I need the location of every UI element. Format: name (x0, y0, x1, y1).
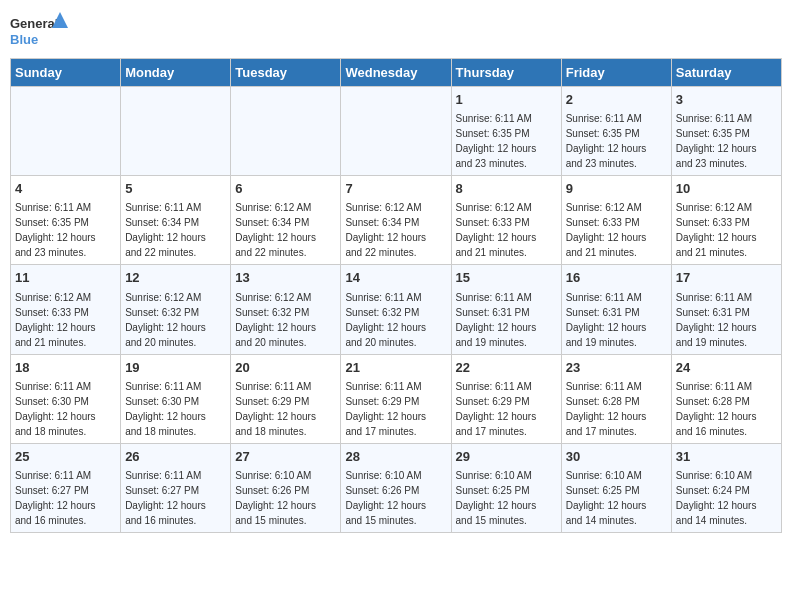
day-info: Sunrise: 6:12 AM Sunset: 6:32 PM Dayligh… (125, 292, 206, 348)
header-cell-wednesday: Wednesday (341, 59, 451, 87)
calendar-cell: 24Sunrise: 6:11 AM Sunset: 6:28 PM Dayli… (671, 354, 781, 443)
day-info: Sunrise: 6:12 AM Sunset: 6:33 PM Dayligh… (566, 202, 647, 258)
calendar-cell: 20Sunrise: 6:11 AM Sunset: 6:29 PM Dayli… (231, 354, 341, 443)
calendar-cell: 5Sunrise: 6:11 AM Sunset: 6:34 PM Daylig… (121, 176, 231, 265)
day-info: Sunrise: 6:12 AM Sunset: 6:33 PM Dayligh… (676, 202, 757, 258)
day-info: Sunrise: 6:11 AM Sunset: 6:30 PM Dayligh… (15, 381, 96, 437)
calendar-week-3: 11Sunrise: 6:12 AM Sunset: 6:33 PM Dayli… (11, 265, 782, 354)
calendar-cell: 21Sunrise: 6:11 AM Sunset: 6:29 PM Dayli… (341, 354, 451, 443)
day-number: 16 (566, 269, 667, 287)
day-number: 1 (456, 91, 557, 109)
day-info: Sunrise: 6:12 AM Sunset: 6:33 PM Dayligh… (15, 292, 96, 348)
day-info: Sunrise: 6:11 AM Sunset: 6:35 PM Dayligh… (456, 113, 537, 169)
calendar-week-5: 25Sunrise: 6:11 AM Sunset: 6:27 PM Dayli… (11, 443, 782, 532)
day-number: 2 (566, 91, 667, 109)
calendar-cell: 6Sunrise: 6:12 AM Sunset: 6:34 PM Daylig… (231, 176, 341, 265)
calendar-cell: 19Sunrise: 6:11 AM Sunset: 6:30 PM Dayli… (121, 354, 231, 443)
day-info: Sunrise: 6:10 AM Sunset: 6:26 PM Dayligh… (235, 470, 316, 526)
day-info: Sunrise: 6:11 AM Sunset: 6:31 PM Dayligh… (566, 292, 647, 348)
calendar-cell (11, 87, 121, 176)
day-number: 8 (456, 180, 557, 198)
calendar-cell (121, 87, 231, 176)
day-info: Sunrise: 6:11 AM Sunset: 6:35 PM Dayligh… (15, 202, 96, 258)
day-number: 12 (125, 269, 226, 287)
day-number: 20 (235, 359, 336, 377)
day-info: Sunrise: 6:11 AM Sunset: 6:27 PM Dayligh… (125, 470, 206, 526)
day-number: 31 (676, 448, 777, 466)
day-number: 7 (345, 180, 446, 198)
header-cell-sunday: Sunday (11, 59, 121, 87)
day-number: 6 (235, 180, 336, 198)
day-info: Sunrise: 6:11 AM Sunset: 6:29 PM Dayligh… (456, 381, 537, 437)
calendar-cell: 31Sunrise: 6:10 AM Sunset: 6:24 PM Dayli… (671, 443, 781, 532)
day-info: Sunrise: 6:11 AM Sunset: 6:27 PM Dayligh… (15, 470, 96, 526)
calendar-cell: 30Sunrise: 6:10 AM Sunset: 6:25 PM Dayli… (561, 443, 671, 532)
calendar-cell: 26Sunrise: 6:11 AM Sunset: 6:27 PM Dayli… (121, 443, 231, 532)
day-number: 18 (15, 359, 116, 377)
day-number: 30 (566, 448, 667, 466)
day-number: 28 (345, 448, 446, 466)
day-number: 3 (676, 91, 777, 109)
day-info: Sunrise: 6:10 AM Sunset: 6:26 PM Dayligh… (345, 470, 426, 526)
day-info: Sunrise: 6:12 AM Sunset: 6:33 PM Dayligh… (456, 202, 537, 258)
day-info: Sunrise: 6:10 AM Sunset: 6:24 PM Dayligh… (676, 470, 757, 526)
calendar-cell (231, 87, 341, 176)
svg-text:General: General (10, 16, 58, 31)
calendar-cell: 2Sunrise: 6:11 AM Sunset: 6:35 PM Daylig… (561, 87, 671, 176)
calendar-week-4: 18Sunrise: 6:11 AM Sunset: 6:30 PM Dayli… (11, 354, 782, 443)
calendar-week-2: 4Sunrise: 6:11 AM Sunset: 6:35 PM Daylig… (11, 176, 782, 265)
day-info: Sunrise: 6:11 AM Sunset: 6:31 PM Dayligh… (676, 292, 757, 348)
page-header: GeneralBlue (10, 10, 782, 50)
header-cell-friday: Friday (561, 59, 671, 87)
day-info: Sunrise: 6:10 AM Sunset: 6:25 PM Dayligh… (566, 470, 647, 526)
calendar-header: SundayMondayTuesdayWednesdayThursdayFrid… (11, 59, 782, 87)
day-info: Sunrise: 6:11 AM Sunset: 6:35 PM Dayligh… (676, 113, 757, 169)
logo: GeneralBlue (10, 10, 70, 50)
calendar-cell: 4Sunrise: 6:11 AM Sunset: 6:35 PM Daylig… (11, 176, 121, 265)
calendar-cell: 16Sunrise: 6:11 AM Sunset: 6:31 PM Dayli… (561, 265, 671, 354)
day-number: 5 (125, 180, 226, 198)
calendar-cell: 14Sunrise: 6:11 AM Sunset: 6:32 PM Dayli… (341, 265, 451, 354)
day-number: 13 (235, 269, 336, 287)
day-number: 4 (15, 180, 116, 198)
calendar-cell: 7Sunrise: 6:12 AM Sunset: 6:34 PM Daylig… (341, 176, 451, 265)
day-number: 15 (456, 269, 557, 287)
day-number: 27 (235, 448, 336, 466)
calendar-cell: 18Sunrise: 6:11 AM Sunset: 6:30 PM Dayli… (11, 354, 121, 443)
day-number: 26 (125, 448, 226, 466)
day-info: Sunrise: 6:11 AM Sunset: 6:29 PM Dayligh… (345, 381, 426, 437)
header-cell-monday: Monday (121, 59, 231, 87)
day-number: 22 (456, 359, 557, 377)
day-info: Sunrise: 6:11 AM Sunset: 6:28 PM Dayligh… (566, 381, 647, 437)
header-cell-saturday: Saturday (671, 59, 781, 87)
day-info: Sunrise: 6:11 AM Sunset: 6:31 PM Dayligh… (456, 292, 537, 348)
calendar-cell: 29Sunrise: 6:10 AM Sunset: 6:25 PM Dayli… (451, 443, 561, 532)
day-number: 21 (345, 359, 446, 377)
calendar-cell: 27Sunrise: 6:10 AM Sunset: 6:26 PM Dayli… (231, 443, 341, 532)
calendar-cell: 1Sunrise: 6:11 AM Sunset: 6:35 PM Daylig… (451, 87, 561, 176)
calendar-cell: 8Sunrise: 6:12 AM Sunset: 6:33 PM Daylig… (451, 176, 561, 265)
header-cell-tuesday: Tuesday (231, 59, 341, 87)
calendar-cell: 22Sunrise: 6:11 AM Sunset: 6:29 PM Dayli… (451, 354, 561, 443)
calendar-cell: 10Sunrise: 6:12 AM Sunset: 6:33 PM Dayli… (671, 176, 781, 265)
day-info: Sunrise: 6:11 AM Sunset: 6:35 PM Dayligh… (566, 113, 647, 169)
day-info: Sunrise: 6:11 AM Sunset: 6:28 PM Dayligh… (676, 381, 757, 437)
day-number: 10 (676, 180, 777, 198)
day-number: 11 (15, 269, 116, 287)
calendar-cell: 23Sunrise: 6:11 AM Sunset: 6:28 PM Dayli… (561, 354, 671, 443)
calendar-cell: 9Sunrise: 6:12 AM Sunset: 6:33 PM Daylig… (561, 176, 671, 265)
day-info: Sunrise: 6:11 AM Sunset: 6:34 PM Dayligh… (125, 202, 206, 258)
calendar-week-1: 1Sunrise: 6:11 AM Sunset: 6:35 PM Daylig… (11, 87, 782, 176)
day-info: Sunrise: 6:12 AM Sunset: 6:32 PM Dayligh… (235, 292, 316, 348)
day-number: 23 (566, 359, 667, 377)
calendar-cell: 15Sunrise: 6:11 AM Sunset: 6:31 PM Dayli… (451, 265, 561, 354)
calendar-cell: 11Sunrise: 6:12 AM Sunset: 6:33 PM Dayli… (11, 265, 121, 354)
day-number: 24 (676, 359, 777, 377)
calendar-cell: 3Sunrise: 6:11 AM Sunset: 6:35 PM Daylig… (671, 87, 781, 176)
day-number: 19 (125, 359, 226, 377)
day-info: Sunrise: 6:11 AM Sunset: 6:32 PM Dayligh… (345, 292, 426, 348)
calendar-cell (341, 87, 451, 176)
calendar-cell: 12Sunrise: 6:12 AM Sunset: 6:32 PM Dayli… (121, 265, 231, 354)
calendar-cell: 17Sunrise: 6:11 AM Sunset: 6:31 PM Dayli… (671, 265, 781, 354)
svg-text:Blue: Blue (10, 32, 38, 47)
